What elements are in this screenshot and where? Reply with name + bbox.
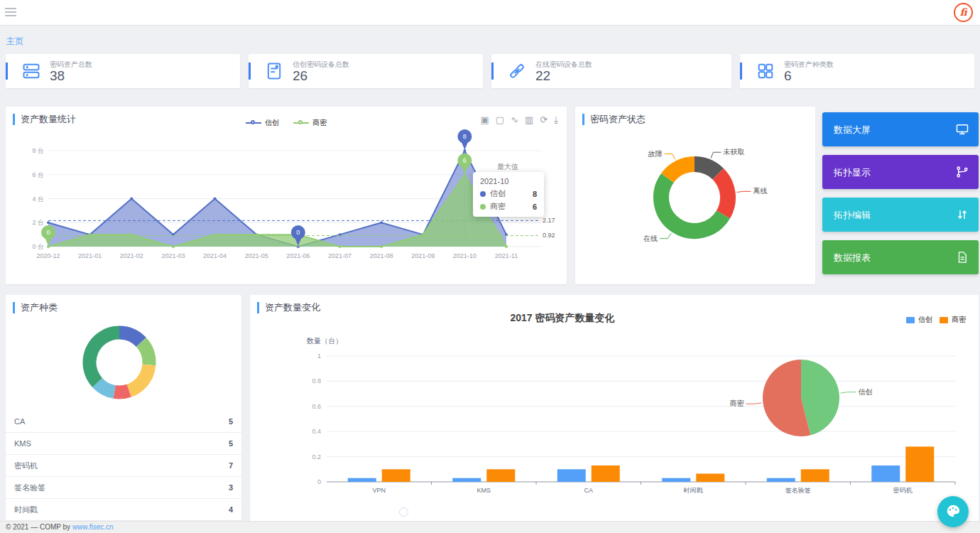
types-donut-chart[interactable] xyxy=(6,318,241,409)
svg-text:在线: 在线 xyxy=(643,235,658,242)
button-label: 数据报表 xyxy=(834,252,871,264)
theme-fab-button[interactable] xyxy=(937,496,969,527)
stat-card-asset-types: 密码资产种类数 6 xyxy=(740,54,974,88)
svg-text:6: 6 xyxy=(463,157,467,164)
asset-type-label: 签名验签 xyxy=(14,477,45,498)
legend-item[interactable]: 商密 xyxy=(293,118,327,128)
save-image-icon[interactable]: ⤓ xyxy=(554,115,558,125)
asset-type-row: 签名验签3 xyxy=(6,477,241,499)
svg-text:商密: 商密 xyxy=(730,399,745,407)
svg-text:签名验签: 签名验签 xyxy=(785,487,811,494)
svg-text:时间戳: 时间戳 xyxy=(684,487,703,494)
stat-card-xinchuang-devices: 信创密码设备总数 26 xyxy=(249,54,483,88)
bar-chart-icon[interactable]: ▥ xyxy=(525,115,533,125)
stat-value: 22 xyxy=(535,68,550,84)
svg-text:2021-11: 2021-11 xyxy=(495,252,518,259)
fisec-logo: fi xyxy=(954,3,973,22)
zoom-select-icon[interactable]: ▣ xyxy=(481,115,489,125)
card-accent xyxy=(491,63,494,80)
asset-type-row: 时间戳4 xyxy=(6,499,241,521)
line-chart-icon[interactable]: ∿ xyxy=(511,115,518,125)
svg-text:0.8: 0.8 xyxy=(312,377,321,384)
asset-type-label: 密码机 xyxy=(14,455,38,476)
svg-text:2021-02: 2021-02 xyxy=(120,252,143,259)
asset-type-row: KMS5 xyxy=(6,433,241,455)
report-file-icon xyxy=(956,251,969,264)
card-accent xyxy=(6,63,8,80)
card-accent xyxy=(249,63,251,80)
button-topology-edit[interactable]: 拓扑编辑 xyxy=(822,198,979,232)
panel-asset-change: 资产数量变化 2017 密码资产数量变化 信创商密 数量（台）00.20.40.… xyxy=(250,295,979,522)
chart-tooltip: 2021-10 信创 8 商密 6 xyxy=(473,172,544,217)
hamburger-menu-icon[interactable] xyxy=(5,8,16,17)
svg-text:2020-12: 2020-12 xyxy=(36,252,60,259)
stat-value: 38 xyxy=(50,68,65,84)
svg-text:2021-04: 2021-04 xyxy=(203,252,227,259)
bar-chart[interactable]: 数量（台）00.20.40.60.81VPNKMSCA时间戳签名验签密码机信创商… xyxy=(285,329,960,515)
legend-item[interactable]: 商密 xyxy=(940,315,966,325)
grid-icon xyxy=(756,61,775,81)
status-donut-chart[interactable]: 未获取离线在线故障 xyxy=(575,125,815,284)
stat-value: 26 xyxy=(293,68,307,84)
svg-text:CA: CA xyxy=(584,487,593,494)
button-data-report[interactable]: 数据报表 xyxy=(822,240,979,274)
branch-icon xyxy=(956,166,969,178)
svg-text:0.92: 0.92 xyxy=(543,232,555,239)
legend-item[interactable]: 信创 xyxy=(906,315,932,325)
svg-text:4 台: 4 台 xyxy=(32,195,44,203)
panel-asset-status: 密码资产状态 未获取离线在线故障 xyxy=(575,107,815,284)
tooltip-series-label: 商密 xyxy=(490,201,506,212)
restore-icon[interactable]: ▢ xyxy=(496,115,504,125)
series-dot xyxy=(480,191,486,197)
tooltip-series-label: 信创 xyxy=(490,188,506,199)
assets-icon xyxy=(21,61,41,81)
swap-vertical-icon xyxy=(956,208,969,221)
partial-element xyxy=(399,507,408,517)
svg-text:2021-06: 2021-06 xyxy=(286,252,310,259)
quick-actions: 数据大屏 拓扑显示 拓扑编辑 数据报表 xyxy=(822,107,979,284)
stat-card-online-devices: 在线密码设备总数 22 xyxy=(491,54,731,88)
button-label: 拓扑显示 xyxy=(834,166,871,179)
tooltip-series-value: 8 xyxy=(533,190,537,198)
svg-text:2.17: 2.17 xyxy=(543,217,555,224)
tooltip-row: 信创 8 xyxy=(480,188,537,199)
button-label: 数据大屏 xyxy=(834,124,871,136)
svg-text:0.2: 0.2 xyxy=(312,453,321,461)
asset-type-value: 5 xyxy=(229,433,233,454)
svg-text:0.4: 0.4 xyxy=(312,428,321,435)
panel-title: 密码资产状态 xyxy=(582,114,646,125)
svg-text:信创: 信创 xyxy=(858,388,872,396)
svg-text:0: 0 xyxy=(46,229,50,236)
svg-text:1: 1 xyxy=(317,352,321,360)
asset-type-label: CA xyxy=(14,411,25,432)
svg-text:8 台: 8 台 xyxy=(32,147,44,154)
svg-text:0 台: 0 台 xyxy=(32,243,44,250)
tooltip-row: 商密 6 xyxy=(480,201,537,212)
svg-text:2021-01: 2021-01 xyxy=(78,252,102,259)
asset-type-label: KMS xyxy=(14,433,31,454)
svg-text:0: 0 xyxy=(296,229,300,236)
svg-text:6 台: 6 台 xyxy=(32,171,44,178)
breadcrumb-home[interactable]: 主页 xyxy=(6,36,23,48)
panel-asset-trend: 资产数量统计 信创商密 ▣▢∿▥⟳⤓ 0 台2 台4 台6 台8 台2020-1… xyxy=(6,107,567,284)
svg-text:2021-03: 2021-03 xyxy=(161,252,185,259)
chart-toolbar: ▣▢∿▥⟳⤓ xyxy=(481,115,558,125)
refresh-icon[interactable]: ⟳ xyxy=(540,115,548,125)
monitor-icon xyxy=(956,123,969,136)
button-topology-view[interactable]: 拓扑显示 xyxy=(822,155,979,189)
button-data-screen[interactable]: 数据大屏 xyxy=(822,112,979,146)
legend-item[interactable]: 信创 xyxy=(246,118,279,128)
svg-text:2021-07: 2021-07 xyxy=(328,252,352,259)
tooltip-series-value: 6 xyxy=(533,203,537,211)
asset-type-value: 5 xyxy=(229,411,233,432)
panel-asset-types: 资产种类 CA5KMS5密码机7签名验签3时间戳4 xyxy=(6,295,241,522)
svg-text:0.6: 0.6 xyxy=(312,403,321,410)
bar-chart-legend: 信创商密 xyxy=(906,315,966,325)
tooltip-title: 2021-10 xyxy=(480,177,537,185)
card-accent xyxy=(740,63,742,80)
svg-text:离线: 离线 xyxy=(753,187,767,195)
svg-text:未获取: 未获取 xyxy=(722,148,744,156)
top-navbar: fi xyxy=(0,0,980,26)
fisec-link[interactable]: www.fisec.cn xyxy=(72,523,114,531)
svg-text:2021-09: 2021-09 xyxy=(411,252,435,259)
